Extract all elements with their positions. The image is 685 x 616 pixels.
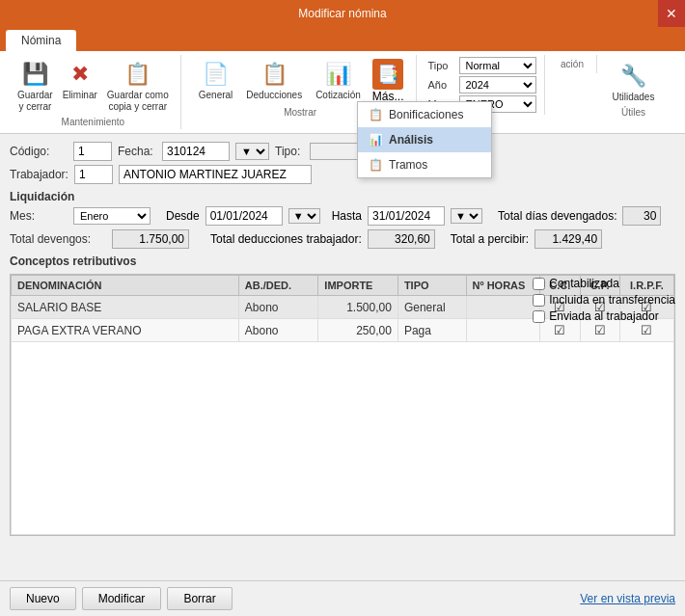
checkboxes-area: Contabilizada Incluida en transferencia … [533,277,675,323]
utiles-label: Útiles [621,107,645,118]
liq-mes-label: Mes: [10,209,68,223]
enviada-label: Enviada al trabajador [549,309,658,323]
cell-denominacion-1: SALARIO BASE [12,296,239,319]
checkbox-contabilizada-row: Contabilizada [533,277,675,290]
tab-nomina[interactable]: Nómina [6,30,76,51]
guardar-cerrar-label: Guardary cerrar [17,90,53,113]
ribbon: 💾 Guardary cerrar ✖ Eliminar 📋 Guardar c… [0,51,685,134]
utilidades-label: Utilidades [613,92,655,103]
bonificaciones-label: Bonificaciones [389,108,463,121]
trabajador-row: Trabajador: [10,165,675,184]
trabajador-name-input[interactable] [119,165,312,184]
cotizacion-icon: 📊 [322,59,353,90]
window-title: Modificar nómina [298,7,386,20]
fecha-dropdown[interactable]: ▼ [235,143,269,160]
codigo-row: Código: Fecha: ▼ Tipo: [10,142,675,161]
año-row: Año 2023 2024 2025 [428,76,536,94]
ribbon-group-tacion: ación [549,55,597,73]
cell-nhoras-1 [466,296,540,319]
tipo-select[interactable]: Normal Extra Atraso [459,57,536,74]
mostrar-label: Mostrar [284,107,316,118]
cell-nhoras-2 [466,319,540,342]
cell-importe-2: 250,00 [318,319,398,342]
modificar-button[interactable]: Modificar [82,587,162,610]
total-deducciones-input [368,229,435,249]
trabajador-id-input[interactable] [74,165,113,184]
cell-tipo-1: General [397,296,466,319]
deducciones-icon: 📋 [259,59,289,90]
desde-input[interactable] [206,206,283,226]
dropdown-menu: 📋 Bonificaciones 📊 Análisis 📋 Tramos [357,101,492,178]
dropdown-bonificaciones[interactable]: 📋 Bonificaciones [358,102,491,127]
general-button[interactable]: 📄 General [193,57,239,105]
col-importe: IMPORTE [318,276,398,296]
general-label: General [199,90,233,100]
liq-mes-select[interactable]: EneroFebrero [73,207,151,225]
total-dias-input [622,206,661,226]
analisis-label: Análisis [389,133,433,147]
guardar-cerrar-button[interactable]: 💾 Guardary cerrar [14,57,57,115]
cotizacion-label: Cotización [315,90,361,100]
checkbox-incluida-row: Incluida en transferencia [533,293,675,307]
general-icon: 📄 [201,59,232,90]
bottom-buttons: Nuevo Modificar Borrar [10,587,233,610]
codigo-input[interactable] [73,142,112,161]
utilidades-button[interactable]: 🔧 Utilidades [609,59,659,105]
eliminar-button[interactable]: ✖ Eliminar [59,57,101,115]
fecha-input[interactable] [162,142,230,161]
close-button[interactable]: ✕ [658,0,685,27]
total-deducciones-label: Total deducciones trabajador: [210,232,362,246]
preview-link[interactable]: Ver en vista previa [580,592,675,605]
tramos-icon: 📋 [368,157,383,173]
codigo-label: Código: [10,145,68,158]
cotizacion-button[interactable]: 📊 Cotización [310,57,367,105]
borrar-button[interactable]: Borrar [167,587,232,610]
incluida-checkbox[interactable] [533,294,545,307]
mas-icon: 📑 [372,59,403,90]
save-icon: 💾 [19,59,50,90]
contabilizada-label: Contabilizada [549,277,619,290]
liq-row-1: Mes: EneroFebrero Desde ▼ Hasta ▼ Total … [10,206,675,226]
col-tipo: TIPO [397,276,466,296]
guardar-copia-button[interactable]: 📋 Guardar comocopia y cerrar [103,57,173,115]
eliminar-label: Eliminar [63,90,97,101]
col-nhoras: Nº HORAS [466,276,540,296]
nuevo-button[interactable]: Nuevo [10,587,76,610]
delete-icon: ✖ [65,59,96,90]
desde-dropdown[interactable]: ▼ [288,208,320,224]
tipo-row: Tipo Normal Extra Atraso [428,57,536,74]
desde-label: Desde [166,209,200,223]
conceptos-label: Conceptos retributivos [10,254,675,268]
trabajador-label: Trabajador: [10,168,68,181]
hasta-dropdown[interactable]: ▼ [451,208,482,224]
total-percibir-label: Total a percibir: [451,232,529,246]
guardar-copia-label: Guardar comocopia y cerrar [107,90,169,113]
cell-tipo-2: Paga [397,319,466,342]
deducciones-button[interactable]: 📋 Deducciones [240,57,308,105]
col-ab-ded: AB./DED. [238,276,318,296]
año-label: Año [428,79,455,91]
col-denominacion: DENOMINACIÓN [12,276,239,296]
cell-importe-1: 1.500,00 [318,296,398,319]
total-dias-label: Total días devengados: [498,209,616,223]
ribbon-group-utiles: 🔧 Utilidades Útiles [601,55,667,121]
dropdown-analisis[interactable]: 📊 Análisis [358,127,491,152]
contabilizada-checkbox[interactable] [533,278,545,290]
deducciones-label: Deducciones [246,90,302,100]
hasta-input[interactable] [368,206,445,226]
tab-bar: Nómina [0,26,685,51]
bonificaciones-icon: 📋 [368,107,383,122]
fecha-label: Fecha: [118,145,156,158]
año-select[interactable]: 2023 2024 2025 [459,76,536,94]
hasta-label: Hasta [332,209,362,223]
liquidacion-section-label: Liquidación [10,190,675,203]
tipo-label: Tipo [428,60,455,71]
total-percibir-input [534,229,602,249]
table-body: SALARIO BASE Abono 1.500,00 General ☑ ☑ … [12,296,674,535]
dropdown-tramos[interactable]: 📋 Tramos [358,152,491,177]
empty-row [12,342,674,535]
enviada-checkbox[interactable] [533,310,545,323]
saveas-icon: 📋 [123,59,153,90]
mas-button[interactable]: 📑 Más... [369,57,408,105]
tacion-label: ación [561,59,584,69]
